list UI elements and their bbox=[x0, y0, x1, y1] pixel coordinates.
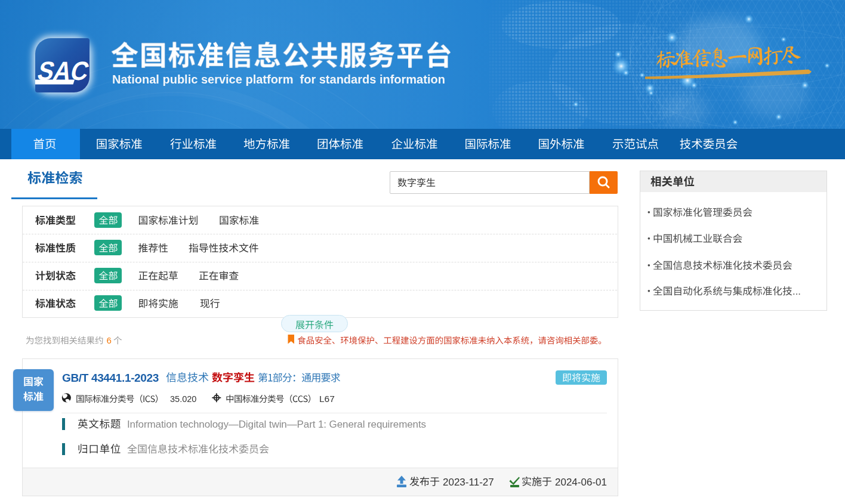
svg-text:...: ... bbox=[792, 286, 801, 297]
svg-text:Information technology—Digital: Information technology—Digital twin—Part… bbox=[127, 419, 426, 430]
svg-text:2024-06-01: 2024-06-01 bbox=[555, 477, 607, 488]
svg-text:2023-11-27: 2023-11-27 bbox=[443, 477, 494, 488]
svg-text:L67: L67 bbox=[319, 394, 335, 404]
svg-text:35.020: 35.020 bbox=[170, 394, 196, 404]
svg-text:National public service platfo: National public service platform for sta… bbox=[112, 73, 445, 86]
svg-text:6: 6 bbox=[107, 335, 112, 345]
svg-text:GB/T 43441.1-2023: GB/T 43441.1-2023 bbox=[62, 372, 159, 384]
